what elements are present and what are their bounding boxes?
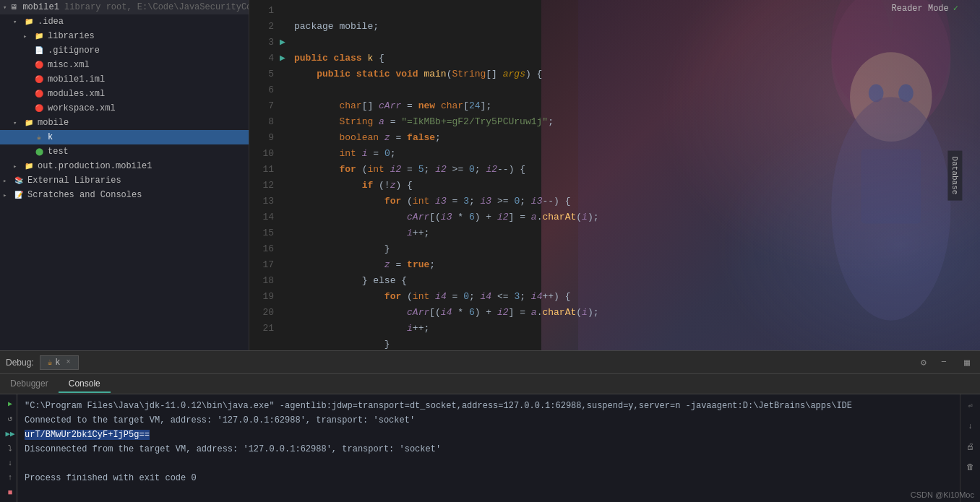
debug-k-icon: ☕ xyxy=(48,358,53,367)
sidebar-item-workspace-xml[interactable]: ▸ 🔴 workspace.xml xyxy=(0,101,249,116)
misc-icon: 🔴 xyxy=(33,59,45,71)
debug-body: ▶ ↺ ▶▶ ⤵ ↓ ↑ ■ "C:\Program Files\Java\jd… xyxy=(0,394,980,502)
console-line-connected: Connected to the target VM, address: '12… xyxy=(25,413,953,428)
libraries-label: libraries xyxy=(48,31,95,41)
debug-panel: Debug: ☕ k × ⚙ − ▦ Debugger Console ▶ ↺ … xyxy=(0,350,980,502)
idea-label: .idea xyxy=(38,17,64,27)
code-content: 12345 678910 1112131415 1617181920 21 ▶ … xyxy=(249,0,980,350)
editor-area: Reader Mode ✓ Database 12345 678910 1112… xyxy=(249,0,980,350)
k-label: k xyxy=(48,132,53,142)
print-icon[interactable]: 🖨 xyxy=(963,439,978,454)
project-root[interactable]: ▾ 🖥 mobile1 library root, E:\Code\JavaSe… xyxy=(0,0,249,14)
sidebar-item-gitignore[interactable]: ▸ 📄 .gitignore xyxy=(0,43,249,58)
database-label: Database xyxy=(951,156,960,194)
debug-title: Debug: xyxy=(6,358,34,368)
step-out-icon[interactable]: ↑ xyxy=(3,472,17,482)
gitignore-icon: 📄 xyxy=(33,45,45,56)
expand-arrow: ▾ xyxy=(3,4,7,12)
code-text[interactable]: package mobile; public class k { public … xyxy=(294,3,980,350)
clear-icon[interactable]: 🗑 xyxy=(963,459,978,474)
console-content[interactable]: "C:\Program Files\Java\jdk-11.0.12\bin\j… xyxy=(17,394,960,502)
sidebar-item-out[interactable]: ▸ 📁 out.production.mobile1 xyxy=(0,159,249,173)
gitignore-label: .gitignore xyxy=(48,46,100,56)
libraries-arrow: ▸ xyxy=(23,33,32,40)
sidebar-item-idea[interactable]: ▾ 📁 .idea xyxy=(0,14,249,29)
sidebar: ▾ 🖥 mobile1 library root, E:\Code\JavaSe… xyxy=(0,0,249,350)
sidebar-item-scratches[interactable]: ▸ 📝 Scratches and Consoles xyxy=(0,188,249,202)
project-icon: 🖥 xyxy=(8,1,20,13)
misc-label: misc.xml xyxy=(48,60,90,70)
modules-label: modules.xml xyxy=(48,89,105,99)
debug-k-close[interactable]: × xyxy=(66,358,71,366)
ext-icon: 📚 xyxy=(13,175,25,186)
test-icon: ⬤ xyxy=(33,146,45,157)
check-icon: ✓ xyxy=(953,3,958,14)
debug-header: Debug: ☕ k × ⚙ − ▦ xyxy=(0,351,980,374)
modules-icon: 🔴 xyxy=(33,88,45,100)
line-numbers: 12345 678910 1112131415 1617181920 21 xyxy=(249,3,280,350)
sidebar-item-external-libs[interactable]: ▸ 📚 External Libraries xyxy=(0,173,249,188)
run-icon[interactable]: ▶ xyxy=(3,399,17,409)
idea-arrow: ▾ xyxy=(13,18,22,26)
sidebar-item-libraries[interactable]: ▸ 📁 libraries xyxy=(0,29,249,43)
mobile-icon: 📁 xyxy=(23,117,35,129)
debug-tab-k[interactable]: ☕ k × xyxy=(40,355,79,370)
stop-icon[interactable]: ■ xyxy=(3,488,17,498)
scroll-to-end-icon[interactable]: ↓ xyxy=(963,419,978,433)
iml-icon: 🔴 xyxy=(33,74,45,85)
mobile-arrow: ▾ xyxy=(13,119,22,127)
console-line-blank xyxy=(25,456,953,471)
tab-console[interactable]: Console xyxy=(59,376,111,393)
out-label: out.production.mobile1 xyxy=(38,161,152,171)
sidebar-item-misc-xml[interactable]: ▸ 🔴 misc.xml xyxy=(0,58,249,72)
k-icon: ☕ xyxy=(33,131,45,143)
debug-left-icons: ▶ ↺ ▶▶ ⤵ ↓ ↑ ■ xyxy=(0,394,17,502)
mobile-label: mobile xyxy=(38,118,69,128)
app: ▾ 🖥 mobile1 library root, E:\Code\JavaSe… xyxy=(0,0,980,502)
sidebar-item-modules-xml[interactable]: ▸ 🔴 modules.xml xyxy=(0,87,249,101)
layout-icon[interactable]: ▦ xyxy=(960,355,974,370)
scratches-arrow: ▸ xyxy=(3,191,12,199)
soft-wrap-icon[interactable]: ⏎ xyxy=(963,399,978,413)
idea-icon: 📁 xyxy=(23,16,35,27)
sidebar-item-mobile[interactable]: ▾ 📁 mobile xyxy=(0,116,249,130)
out-icon: 📁 xyxy=(23,160,35,172)
resume-icon[interactable]: ▶▶ xyxy=(3,428,17,438)
debug-k-label: k xyxy=(55,358,60,368)
console-line-finished: Process finished with exit code 0 xyxy=(25,471,953,485)
sidebar-item-mobile1-iml[interactable]: ▸ 🔴 mobile1.iml xyxy=(0,72,249,87)
run-arrows: ▶ ▶ ▶ ▶ ▶ ▶ ▶ ▶ ▶ ▶ ▶ ▶ ▶ ▶ ▶ ▶ ▶ xyxy=(280,3,294,350)
out-arrow: ▸ xyxy=(13,163,22,170)
project-path-short: library root, E:\Code\JavaSecurityCode\m… xyxy=(64,2,249,12)
rerun-icon[interactable]: ↺ xyxy=(3,413,17,423)
reader-mode-button[interactable]: Reader Mode ✓ xyxy=(892,3,958,14)
console-line-output: urT/BMwUr2bk1CyF+IjP5g== xyxy=(25,428,953,442)
step-over-icon[interactable]: ⤵ xyxy=(3,443,17,453)
settings-icon[interactable]: ⚙ xyxy=(916,355,931,370)
libraries-icon: 📁 xyxy=(33,30,45,42)
test-label: test xyxy=(48,147,69,157)
ext-label: External Libraries xyxy=(27,176,121,186)
sidebar-item-test[interactable]: ▸ ⬤ test xyxy=(0,144,249,159)
console-line-disconnected: Disconnected from the target VM, address… xyxy=(25,442,953,456)
sidebar-item-k[interactable]: ▸ ☕ k xyxy=(0,130,249,144)
watermark: CSDN @Ki10Moc xyxy=(911,490,974,499)
iml-label: mobile1.iml xyxy=(48,74,105,85)
debug-header-icons: ⚙ − xyxy=(916,355,951,370)
tab-debugger[interactable]: Debugger xyxy=(0,376,59,393)
step-into-icon[interactable]: ↓ xyxy=(3,458,17,468)
debug-side-icons: ⏎ ↓ 🖨 🗑 xyxy=(960,394,980,502)
scratches-label: Scratches and Consoles xyxy=(27,190,142,200)
console-output-highlight: urT/BMwUr2bk1CyF+IjP5g== xyxy=(25,430,150,440)
reader-mode-label: Reader Mode xyxy=(892,4,949,14)
scratches-icon: 📝 xyxy=(13,189,25,201)
database-tab[interactable]: Database xyxy=(948,150,963,200)
minimize-icon[interactable]: − xyxy=(937,355,951,370)
workspace-icon: 🔴 xyxy=(33,103,45,114)
workspace-label: workspace.xml xyxy=(48,103,116,113)
debug-tabs: Debugger Console xyxy=(0,374,980,394)
console-line-cmd: "C:\Program Files\Java\jdk-11.0.12\bin\j… xyxy=(25,399,953,413)
main-area: ▾ 🖥 mobile1 library root, E:\Code\JavaSe… xyxy=(0,0,980,350)
ext-arrow: ▸ xyxy=(3,177,12,185)
project-name: mobile1 library root, E:\Code\JavaSecuri… xyxy=(22,2,249,12)
